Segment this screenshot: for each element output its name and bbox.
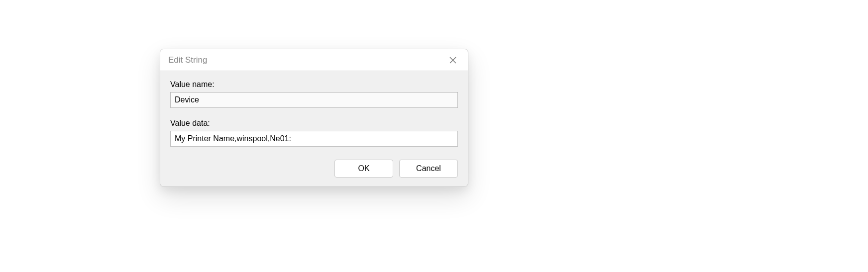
- cancel-button[interactable]: Cancel: [399, 160, 458, 178]
- ok-button[interactable]: OK: [334, 160, 393, 178]
- value-data-label: Value data:: [170, 119, 458, 128]
- value-name-field[interactable]: [170, 92, 458, 108]
- close-icon: [449, 57, 456, 64]
- dialog-titlebar: Edit String: [160, 49, 468, 71]
- dialog-title: Edit String: [168, 55, 207, 65]
- close-button[interactable]: [445, 52, 461, 68]
- value-name-group: Value name:: [170, 80, 458, 108]
- value-data-group: Value data:: [170, 119, 458, 147]
- dialog-buttons: OK Cancel: [170, 158, 458, 178]
- value-data-field[interactable]: [170, 131, 458, 147]
- edit-string-dialog: Edit String Value name: Value data: OK C…: [160, 49, 468, 187]
- value-name-label: Value name:: [170, 80, 458, 89]
- dialog-content: Value name: Value data: OK Cancel: [160, 71, 468, 186]
